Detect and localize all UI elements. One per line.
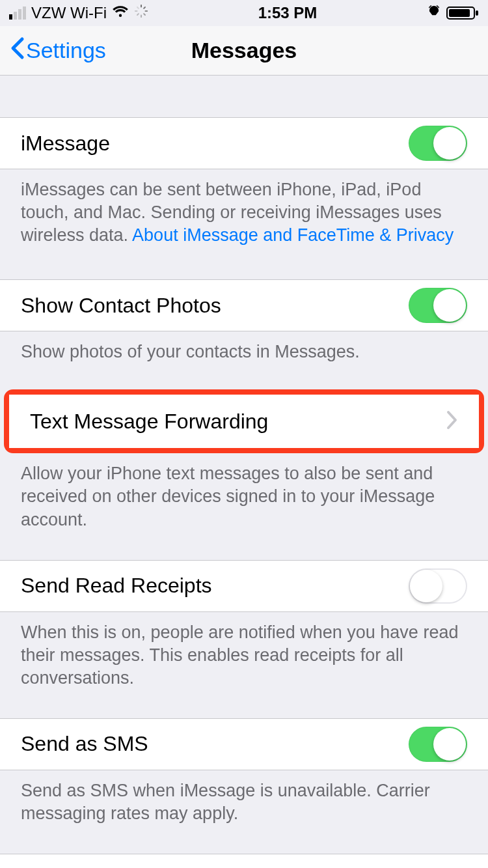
- svg-rect-9: [449, 9, 470, 17]
- svg-rect-3: [135, 10, 138, 12]
- read-receipts-toggle[interactable]: [409, 568, 467, 604]
- battery-icon: [446, 6, 479, 20]
- send-receive-row[interactable]: Send & Receive 2 Addresses: [0, 854, 488, 868]
- read-receipts-label: Send Read Receipts: [21, 574, 212, 598]
- svg-rect-10: [476, 10, 478, 16]
- page-title: Messages: [191, 38, 297, 63]
- contact-photos-label: Show Contact Photos: [21, 294, 221, 318]
- contact-photos-toggle[interactable]: [409, 288, 467, 323]
- send-sms-toggle[interactable]: [409, 727, 467, 762]
- send-sms-footer: Send as SMS when iMessage is unavailable…: [0, 770, 488, 839]
- imessage-toggle[interactable]: [409, 126, 467, 161]
- carrier-label: VZW Wi-Fi: [31, 4, 107, 22]
- status-right: [427, 4, 479, 22]
- chevron-right-icon: [446, 410, 458, 432]
- forwarding-footer: Allow your iPhone text messages to also …: [0, 453, 488, 545]
- alarm-icon: [427, 4, 441, 22]
- imessage-row: iMessage: [0, 117, 488, 169]
- status-bar: VZW Wi-Fi 1:53 PM: [0, 0, 488, 26]
- svg-rect-1: [141, 15, 142, 18]
- chevron-left-icon: [9, 36, 25, 65]
- forwarding-label: Text Message Forwarding: [30, 410, 268, 434]
- send-sms-label: Send as SMS: [21, 732, 148, 756]
- forwarding-highlight: Text Message Forwarding: [4, 389, 484, 453]
- cellular-signal-icon: [9, 7, 26, 20]
- svg-rect-6: [143, 13, 146, 16]
- loading-spinner-icon: [134, 4, 148, 22]
- status-left: VZW Wi-Fi: [9, 4, 148, 22]
- imessage-footer: iMessages can be sent between iPhone, iP…: [0, 169, 488, 261]
- contact-photos-footer: Show photos of your contacts in Messages…: [0, 331, 488, 378]
- svg-rect-2: [144, 10, 148, 12]
- svg-rect-4: [143, 7, 146, 10]
- contact-photos-row: Show Contact Photos: [0, 279, 488, 331]
- back-button[interactable]: Settings: [9, 36, 106, 65]
- svg-rect-0: [141, 5, 142, 8]
- clock-label: 1:53 PM: [258, 4, 318, 22]
- svg-rect-5: [137, 13, 140, 16]
- imessage-privacy-link[interactable]: About iMessage and FaceTime & Privacy: [132, 225, 454, 245]
- wifi-icon: [112, 4, 129, 22]
- read-receipts-row: Send Read Receipts: [0, 560, 488, 612]
- back-label: Settings: [26, 38, 106, 63]
- send-sms-row: Send as SMS: [0, 718, 488, 770]
- imessage-label: iMessage: [21, 132, 110, 156]
- nav-bar: Settings Messages: [0, 26, 488, 76]
- forwarding-row[interactable]: Text Message Forwarding: [9, 395, 479, 448]
- read-receipts-footer: When this is on, people are notified whe…: [0, 612, 488, 704]
- svg-rect-7: [137, 7, 140, 10]
